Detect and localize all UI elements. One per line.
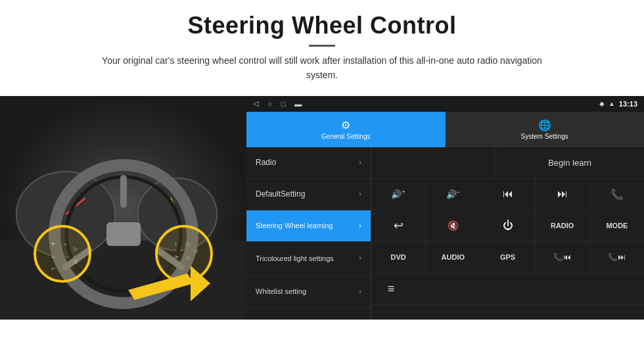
audio-button[interactable]: AUDIO [426, 242, 480, 273]
volume-down-button[interactable]: 🔊− [426, 179, 480, 210]
home-nav-icon[interactable]: ○ [267, 100, 272, 108]
prev-track-icon: ⏮ [503, 188, 513, 200]
mode-button-label: MODE [606, 222, 628, 229]
media-button[interactable]: ≡ [371, 274, 411, 304]
left-menu: Radio › DefaultSetting › Steering Wheel … [246, 147, 371, 320]
menu-nav-icon[interactable]: ▬ [294, 100, 302, 108]
dvd-button-label: DVD [390, 253, 405, 261]
media-icon: ≡ [388, 282, 395, 296]
menu-item-tricoloured[interactable]: Tricoloured light settings › [246, 242, 371, 276]
svg-point-19 [156, 226, 212, 281]
prev-track-button[interactable]: ⏮ [480, 179, 535, 210]
car-image-panel: + − ↩ ≈ ▷ ✆ ↕ ◇ ⟳ ◇ ◇ [0, 96, 246, 320]
back-icon: ↩ [394, 218, 403, 233]
control-row-4: DVD AUDIO GPS 📞⏮ 📞⏭ [371, 242, 644, 274]
power-icon: ⏻ [503, 220, 513, 231]
title-divider [309, 45, 335, 47]
svg-text:✆: ✆ [74, 259, 78, 265]
radio-button-label: RADIO [551, 222, 574, 229]
svg-text:⟳: ⟳ [174, 254, 179, 260]
svg-text:◇: ◇ [194, 248, 198, 254]
phone-icon: 📞 [610, 188, 624, 201]
wifi-icon: ▲ [609, 100, 615, 107]
svg-text:◇: ◇ [186, 254, 191, 260]
menu-item-whitelist[interactable]: Whitelist setting › [246, 276, 371, 308]
whitelist-chevron-icon: › [359, 287, 361, 296]
menu-whitelist-label: Whitelist setting [256, 287, 306, 295]
menu-controls: Radio › DefaultSetting › Steering Wheel … [246, 147, 644, 320]
content-area: + − ↩ ≈ ▷ ✆ ↕ ◇ ⟳ ◇ ◇ [0, 96, 644, 361]
next-track-icon: ⏭ [557, 188, 568, 200]
time-display: 13:13 [619, 100, 637, 108]
menu-tricoloured-label: Tricoloured light settings [256, 254, 334, 263]
dvd-button[interactable]: DVD [371, 242, 426, 273]
tab-system-label: System Settings [521, 133, 568, 140]
location-icon: ◆ [599, 100, 605, 107]
menu-default-label: DefaultSetting [256, 189, 305, 199]
volume-up-icon: 🔊+ [391, 189, 405, 199]
default-chevron-icon: › [359, 189, 361, 199]
svg-point-12 [35, 226, 90, 281]
page-container: Steering Wheel Control Your original car… [0, 0, 644, 361]
tricoloured-chevron-icon: › [359, 253, 361, 264]
header-section: Steering Wheel Control Your original car… [0, 0, 644, 88]
subtitle-text: Your original car's steering wheel contr… [92, 53, 552, 83]
menu-steering-label: Steering Wheel learning [256, 222, 333, 229]
volume-down-icon: 🔊− [446, 189, 460, 199]
svg-text:↩: ↩ [51, 266, 55, 271]
control-row-5: ≡ [371, 274, 644, 305]
general-settings-icon: ⚙ [341, 119, 350, 132]
radio-button[interactable]: RADIO [536, 210, 590, 241]
mode-button[interactable]: MODE [590, 210, 644, 241]
menu-item-default[interactable]: DefaultSetting › [246, 179, 371, 210]
system-settings-icon: 🌐 [538, 119, 551, 132]
tab-system-settings[interactable]: 🌐 System Settings [446, 112, 645, 147]
page-title: Steering Wheel Control [13, 12, 631, 39]
tab-general-label: General Settings [321, 133, 371, 140]
phone-prev-button[interactable]: 📞⏮ [536, 242, 590, 273]
control-row-1: Begin learn [371, 147, 644, 179]
control-row-2: 🔊+ 🔊− ⏮ ⏭ 📞 [371, 179, 644, 210]
svg-text:+: + [51, 241, 55, 247]
gps-button-label: GPS [500, 253, 515, 261]
svg-text:◇: ◇ [186, 241, 191, 247]
next-track-button[interactable]: ⏭ [536, 179, 590, 210]
right-controls: Begin learn 🔊+ 🔊− ⏮ [371, 147, 644, 320]
svg-text:−: − [51, 254, 55, 260]
power-button[interactable]: ⏻ [480, 210, 535, 241]
phone-button[interactable]: 📞 [590, 179, 644, 210]
audio-button-label: AUDIO [442, 253, 465, 261]
phone-next-button[interactable]: 📞⏭ [590, 242, 644, 273]
ui-panel: ◁ ○ □ ▬ ◆ ▲ 13:13 ⚙ General Settings [246, 96, 644, 320]
gps-button[interactable]: GPS [480, 242, 535, 273]
menu-item-radio[interactable]: Radio › [246, 147, 371, 179]
svg-rect-11 [106, 222, 141, 246]
phone-prev-icon: 📞⏮ [553, 253, 571, 262]
steering-wheel-bg: + − ↩ ≈ ▷ ✆ ↕ ◇ ⟳ ◇ ◇ [0, 96, 246, 320]
back-nav-icon[interactable]: ◁ [253, 99, 258, 108]
svg-text:▷: ▷ [74, 246, 78, 252]
radio-chevron-icon: › [359, 158, 361, 167]
svg-text:↕: ↕ [174, 241, 177, 247]
recents-nav-icon[interactable]: □ [281, 100, 286, 108]
menu-radio-label: Radio [256, 158, 276, 167]
tab-bar: ⚙ General Settings 🌐 System Settings [246, 112, 644, 147]
status-right: ◆ ▲ 13:13 [599, 100, 637, 108]
back-button[interactable]: ↩ [371, 210, 426, 241]
mute-button[interactable]: 🔇 [426, 210, 480, 241]
svg-text:≈: ≈ [64, 242, 67, 247]
steering-chevron-icon: › [359, 221, 361, 230]
row1-empty [371, 147, 495, 178]
steering-wheel-svg: + − ↩ ≈ ▷ ✆ ↕ ◇ ⟳ ◇ ◇ [0, 96, 246, 320]
mute-icon: 🔇 [448, 220, 459, 231]
volume-up-button[interactable]: 🔊+ [371, 179, 426, 210]
begin-learn-button[interactable]: Begin learn [495, 147, 644, 178]
tab-general-settings[interactable]: ⚙ General Settings [246, 112, 446, 147]
menu-item-steering[interactable]: Steering Wheel learning › [246, 210, 371, 242]
phone-next-icon: 📞⏭ [608, 253, 626, 262]
control-row-3: ↩ 🔇 ⏻ RADIO MODE [371, 210, 644, 242]
nav-icons: ◁ ○ □ ▬ [253, 99, 302, 108]
status-bar: ◁ ○ □ ▬ ◆ ▲ 13:13 [246, 96, 644, 112]
